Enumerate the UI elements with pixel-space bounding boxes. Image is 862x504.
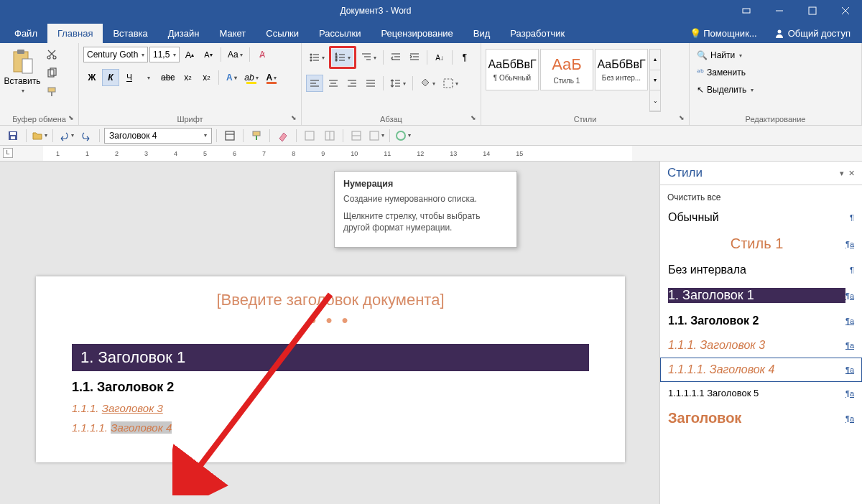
font-color-button[interactable]: A▾ xyxy=(263,69,280,86)
numbering-button[interactable]: 123▾ xyxy=(332,49,353,66)
document-area[interactable]: [Введите заголовок документа] ● ● ● 1. З… xyxy=(0,162,659,504)
numbering-highlight: 123▾ xyxy=(329,46,356,69)
styles-pane-options-icon[interactable]: ▾ xyxy=(840,169,844,178)
qat-btn-8[interactable]: ▾ xyxy=(394,128,412,144)
highlight-button[interactable]: ab▾ xyxy=(241,69,261,86)
style-item-h4[interactable]: 1.1.1.1. Заголовок 4¶a xyxy=(660,358,862,382)
tab-file[interactable]: Файл xyxy=(4,24,47,43)
tab-home[interactable]: Главная xyxy=(47,24,103,43)
cut-button[interactable] xyxy=(43,46,60,63)
qat-btn-6[interactable] xyxy=(348,128,365,144)
justify-button[interactable] xyxy=(362,75,379,92)
inc-indent-button[interactable] xyxy=(406,49,423,66)
qat-btn-3[interactable] xyxy=(274,128,292,144)
align-left-button[interactable] xyxy=(306,75,323,92)
window-title: Документ3 - Word xyxy=(22,6,730,16)
ribbon-tabs: Файл Главная Вставка Дизайн Макет Ссылки… xyxy=(0,22,862,43)
heading1[interactable]: 1. Заголовок 1 xyxy=(72,344,589,371)
show-marks-button[interactable]: ¶ xyxy=(456,49,473,66)
tab-insert[interactable]: Вставка xyxy=(103,24,157,43)
style-item-h2[interactable]: 1.1. Заголовок 2¶a xyxy=(660,309,862,333)
ruler[interactable]: L 1123456789101112131415 xyxy=(0,146,862,162)
numbering-tooltip: Нумерация Создание нумерованного списка.… xyxy=(334,171,517,248)
align-center-button[interactable] xyxy=(325,75,342,92)
doc-title-placeholder[interactable]: [Введите заголовок документа] xyxy=(72,291,589,309)
style-item-nospace[interactable]: Без интервала¶ xyxy=(660,258,862,282)
paragraph-group-label: Абзац xyxy=(306,112,476,125)
multilevel-button[interactable]: ▾ xyxy=(358,49,379,66)
bold-button[interactable]: Ж xyxy=(83,69,101,86)
change-case-button[interactable]: Aa▾ xyxy=(225,46,246,63)
tab-review[interactable]: Рецензирование xyxy=(371,24,463,43)
align-right-button[interactable] xyxy=(343,75,361,92)
style-gallery-scroll[interactable]: ▴▾⌄ xyxy=(649,49,661,112)
qat-redo-button[interactable] xyxy=(78,128,95,144)
tab-layout[interactable]: Макет xyxy=(209,24,256,43)
select-button[interactable]: ↖ Выделить ▾ xyxy=(694,82,857,98)
close-icon[interactable] xyxy=(829,0,862,22)
qat-btn-1[interactable] xyxy=(221,128,238,144)
format-painter-button[interactable] xyxy=(43,83,60,101)
superscript-button[interactable]: x2 xyxy=(198,69,215,86)
dec-indent-button[interactable] xyxy=(387,49,404,66)
qat-open-button[interactable]: ▾ xyxy=(31,128,48,144)
strike-button[interactable]: abc xyxy=(158,69,177,86)
tell-me[interactable]: 💡 Помощник... xyxy=(680,24,767,43)
paste-button[interactable]: Вставить ▾ xyxy=(4,46,40,112)
paragraph-launcher[interactable]: ⬊ xyxy=(468,113,478,123)
grow-font-button[interactable]: A▴ xyxy=(181,46,198,63)
maximize-icon[interactable] xyxy=(796,0,829,22)
italic-button[interactable]: К xyxy=(102,69,119,86)
tab-design[interactable]: Дизайн xyxy=(158,24,210,43)
clipboard-launcher[interactable]: ⬊ xyxy=(66,113,76,123)
qat-undo-button[interactable]: ▾ xyxy=(57,128,75,144)
sort-button[interactable]: A↓ xyxy=(431,49,448,66)
ribbon-options-icon[interactable] xyxy=(730,0,763,22)
share-button[interactable]: Общий доступ xyxy=(767,24,858,42)
font-name-input[interactable]: Century Goth▾ xyxy=(83,47,148,62)
font-size-input[interactable]: 11,5▾ xyxy=(149,47,180,62)
find-button[interactable]: 🔍 Найти ▾ xyxy=(694,47,857,63)
clear-format-button[interactable]: A̷ xyxy=(254,46,271,63)
tab-view[interactable]: Вид xyxy=(463,24,501,43)
ribbon: Вставить ▾ ⬊ Буфер обмена Century Goth▾ … xyxy=(0,43,862,126)
qat-save-button[interactable] xyxy=(4,128,22,144)
shading-button[interactable]: ▾ xyxy=(417,75,438,92)
qat-btn-5[interactable] xyxy=(321,128,338,144)
style-item-zag[interactable]: Заголовок¶a xyxy=(660,404,862,432)
text-effects-button[interactable]: A▾ xyxy=(223,69,240,86)
style-item-h3[interactable]: 1.1.1. Заголовок 3¶a xyxy=(660,333,862,358)
style-style1[interactable]: АаБ Стиль 1 xyxy=(540,49,593,90)
qat-style-dropdown[interactable]: Заголовок 4▾ xyxy=(104,128,212,144)
copy-button[interactable] xyxy=(43,65,60,82)
qat-btn-2[interactable] xyxy=(248,128,265,144)
style-item-h5[interactable]: 1.1.1.1.1 Заголовок 5¶a xyxy=(660,382,862,404)
style-item-normal[interactable]: Обычный¶ xyxy=(660,205,862,230)
heading4[interactable]: 1.1.1.1. Заголовок 4 xyxy=(72,421,589,434)
font-launcher[interactable]: ⬊ xyxy=(289,113,299,123)
styles-clear-all[interactable]: Очистить все xyxy=(660,190,862,205)
heading2[interactable]: 1.1. Заголовок 2 xyxy=(72,380,589,395)
tab-references[interactable]: Ссылки xyxy=(256,24,309,43)
styles-launcher[interactable]: ⬊ xyxy=(677,113,687,123)
qat-btn-4[interactable] xyxy=(301,128,318,144)
underline-dd[interactable]: ▾ xyxy=(139,69,157,86)
svg-rect-7 xyxy=(17,50,24,54)
style-item-style1[interactable]: Стиль 1¶a xyxy=(660,230,862,258)
minimize-icon[interactable] xyxy=(763,0,796,22)
styles-pane-close-icon[interactable]: ✕ xyxy=(848,169,855,178)
tab-mailings[interactable]: Рассылки xyxy=(309,24,371,43)
style-nospace[interactable]: АаБбВвГ Без интер... xyxy=(595,49,648,90)
heading3[interactable]: 1.1.1. Заголовок 3 xyxy=(72,402,589,414)
style-item-h1[interactable]: 1. Заголовок 1¶a xyxy=(660,282,862,309)
borders-button[interactable]: ▾ xyxy=(440,75,461,92)
subscript-button[interactable]: x2 xyxy=(179,69,196,86)
style-normal[interactable]: АаБбВвГ ¶ Обычный xyxy=(486,49,539,90)
shrink-font-button[interactable]: A▾ xyxy=(200,46,217,63)
underline-button[interactable]: Ч xyxy=(121,69,138,86)
replace-button[interactable]: ᵃᵇ Заменить xyxy=(694,65,857,80)
bullets-button[interactable]: ▾ xyxy=(306,49,328,66)
line-spacing-button[interactable]: ▾ xyxy=(387,75,409,92)
tab-developer[interactable]: Разработчик xyxy=(500,24,575,43)
qat-btn-7[interactable]: ▾ xyxy=(368,128,385,144)
